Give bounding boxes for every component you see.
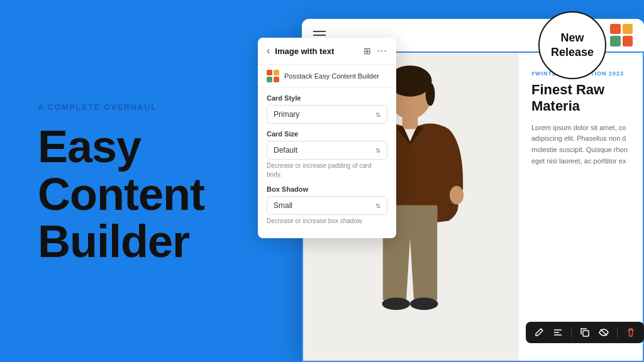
more-options-icon[interactable]: ···: [377, 45, 387, 57]
copy-icon[interactable]: [579, 327, 591, 338]
chevron-down-icon: ⇅: [375, 147, 380, 154]
svg-point-7: [382, 297, 410, 310]
box-shadow-label: Box Shadow: [267, 185, 387, 193]
app-name: Posstack Easy Content Builder: [284, 72, 379, 80]
main-title: Easy Content Builder: [38, 123, 258, 266]
svg-point-4: [426, 82, 435, 106]
card-style-label: Card Style: [267, 94, 387, 102]
box-shadow-select[interactable]: Small ⇅: [267, 196, 387, 215]
left-section: A COMPLETE OVERHAUL Easy Content Builder: [0, 0, 289, 362]
panel-app-row: Posstack Easy Content Builder: [258, 65, 396, 88]
delete-icon[interactable]: [625, 327, 636, 338]
panel-header-left: ‹ Image with text: [267, 45, 334, 57]
app-logo: [267, 70, 279, 82]
subtitle: A COMPLETE OVERHAUL: [38, 102, 258, 112]
panel-header: ‹ Image with text ⊞ ···: [258, 38, 396, 65]
toolbar-divider: [617, 327, 618, 337]
svg-rect-12: [583, 331, 589, 336]
chevron-down-icon: ⇅: [375, 202, 380, 209]
svg-point-8: [410, 297, 438, 310]
edit-icon[interactable]: [533, 327, 545, 338]
bottom-toolbar: [526, 322, 644, 343]
visibility-icon[interactable]: [598, 327, 609, 338]
box-shadow-hint: Decrease or increase box shadow.: [267, 217, 387, 226]
panel-title: Image with text: [275, 47, 334, 56]
text-area: #WINTER COLLECTION 2023 Finest Raw Mater…: [518, 52, 644, 362]
stack-icon[interactable]: ⊞: [364, 46, 371, 56]
svg-rect-1: [402, 115, 418, 129]
align-icon[interactable]: [552, 327, 564, 338]
new-release-badge: New Release: [538, 11, 606, 79]
panel-header-right: ⊞ ···: [364, 45, 387, 57]
card-size-label: Card Size: [267, 130, 387, 138]
logo-icon: [610, 24, 633, 47]
svg-point-6: [450, 186, 464, 205]
product-desc: Lorem ipsum dolor sit amet, co adipiscin…: [531, 123, 631, 167]
toolbar-divider: [571, 327, 572, 337]
chevron-down-icon: ⇅: [375, 111, 380, 118]
card-size-select[interactable]: Default ⇅: [267, 141, 387, 160]
panel-body: Card Style Primary ⇅ Card Size Default ⇅…: [258, 88, 396, 238]
product-title: Finest Raw Materia: [531, 82, 631, 115]
panel-back-button[interactable]: ‹: [267, 45, 270, 57]
card-style-select[interactable]: Primary ⇅: [267, 105, 387, 124]
card-size-hint: Decrease or increase padding of card bod…: [267, 162, 387, 179]
side-panel: ‹ Image with text ⊞ ··· Posstack Easy Co…: [258, 38, 396, 238]
